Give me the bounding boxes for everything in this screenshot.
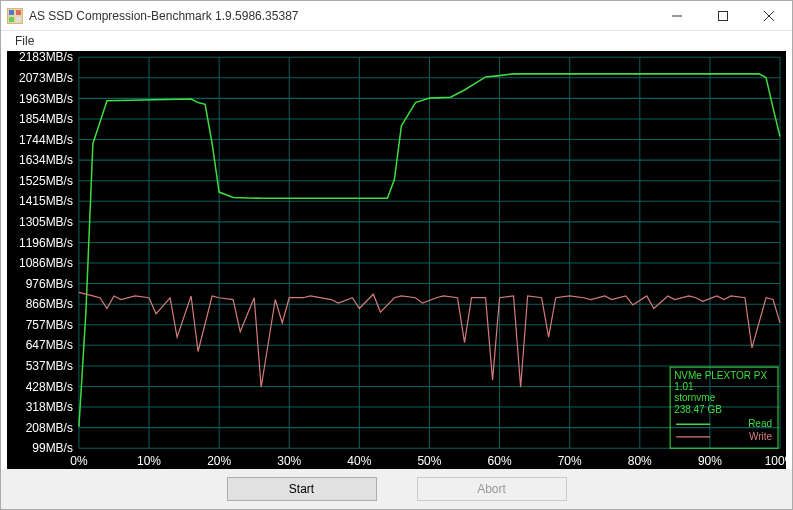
svg-text:318MB/s: 318MB/s [26, 400, 73, 414]
svg-text:10%: 10% [137, 454, 161, 468]
svg-text:70%: 70% [558, 454, 582, 468]
menu-file[interactable]: File [9, 33, 40, 49]
svg-text:1.01: 1.01 [674, 381, 694, 392]
svg-text:1305MB/s: 1305MB/s [19, 215, 73, 229]
svg-text:40%: 40% [347, 454, 371, 468]
button-bar: Start Abort [1, 469, 792, 509]
svg-rect-1 [9, 10, 14, 15]
titlebar: AS SSD Compression-Benchmark 1.9.5986.35… [1, 1, 792, 31]
svg-text:1196MB/s: 1196MB/s [19, 235, 73, 249]
svg-text:20%: 20% [207, 454, 231, 468]
svg-text:100%: 100% [765, 454, 786, 468]
svg-text:Write: Write [749, 431, 772, 442]
svg-text:1634MB/s: 1634MB/s [19, 153, 73, 167]
svg-text:60%: 60% [488, 454, 512, 468]
svg-text:1854MB/s: 1854MB/s [19, 112, 73, 126]
chart-area: 99MB/s208MB/s318MB/s428MB/s537MB/s647MB/… [7, 51, 786, 469]
svg-text:1415MB/s: 1415MB/s [19, 194, 73, 208]
svg-text:976MB/s: 976MB/s [26, 277, 73, 291]
svg-text:90%: 90% [698, 454, 722, 468]
svg-rect-6 [719, 11, 728, 20]
svg-text:238.47 GB: 238.47 GB [674, 404, 722, 415]
svg-text:NVMe PLEXTOR PX: NVMe PLEXTOR PX [674, 369, 767, 380]
maximize-button[interactable] [700, 1, 746, 31]
app-window: AS SSD Compression-Benchmark 1.9.5986.35… [0, 0, 793, 510]
svg-text:866MB/s: 866MB/s [26, 297, 73, 311]
start-button[interactable]: Start [227, 477, 377, 501]
svg-rect-3 [9, 17, 14, 22]
svg-text:80%: 80% [628, 454, 652, 468]
close-button[interactable] [746, 1, 792, 31]
svg-text:208MB/s: 208MB/s [26, 421, 73, 435]
svg-text:1963MB/s: 1963MB/s [19, 91, 73, 105]
svg-text:647MB/s: 647MB/s [26, 338, 73, 352]
abort-button[interactable]: Abort [417, 477, 567, 501]
window-title: AS SSD Compression-Benchmark 1.9.5986.35… [29, 9, 654, 23]
svg-text:1744MB/s: 1744MB/s [19, 132, 73, 146]
svg-text:2073MB/s: 2073MB/s [19, 71, 73, 85]
svg-text:2183MB/s: 2183MB/s [19, 51, 73, 64]
svg-text:50%: 50% [417, 454, 441, 468]
svg-text:Read: Read [748, 418, 772, 429]
svg-text:0%: 0% [70, 454, 87, 468]
menubar: File [1, 31, 792, 51]
svg-rect-4 [16, 17, 21, 22]
svg-text:1086MB/s: 1086MB/s [19, 256, 73, 270]
app-icon [7, 8, 23, 24]
svg-text:757MB/s: 757MB/s [26, 318, 73, 332]
svg-text:stornvme: stornvme [674, 392, 715, 403]
svg-text:428MB/s: 428MB/s [26, 379, 73, 393]
compression-chart: 99MB/s208MB/s318MB/s428MB/s537MB/s647MB/… [7, 51, 786, 469]
svg-text:1525MB/s: 1525MB/s [19, 174, 73, 188]
svg-rect-2 [16, 10, 21, 15]
svg-text:537MB/s: 537MB/s [26, 359, 73, 373]
svg-text:99MB/s: 99MB/s [32, 441, 73, 455]
svg-text:30%: 30% [277, 454, 301, 468]
minimize-button[interactable] [654, 1, 700, 31]
